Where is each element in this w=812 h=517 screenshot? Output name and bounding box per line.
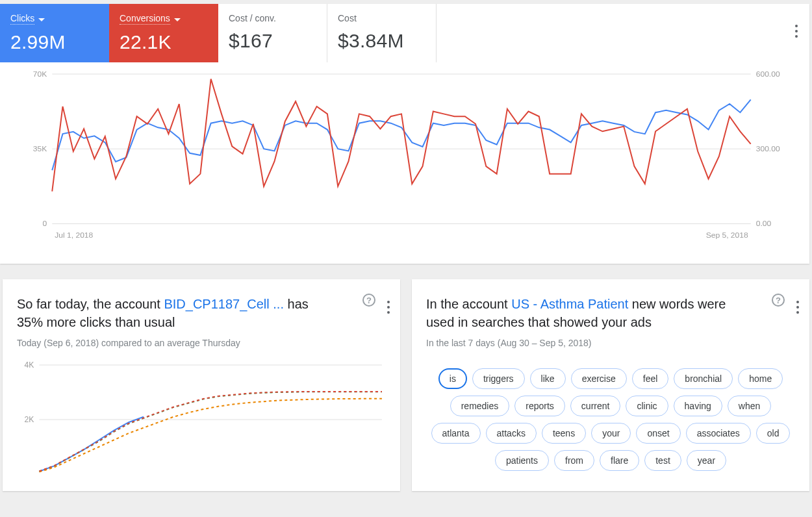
caret-down-icon — [38, 18, 45, 21]
insight-card-search-terms: ? In the account US - Asthma Patient new… — [412, 279, 809, 491]
svg-text:300.00: 300.00 — [756, 144, 780, 153]
insight-left-subtitle: Today (Sep 6, 2018) compared to an avera… — [17, 338, 386, 348]
svg-text:2K: 2K — [24, 415, 34, 424]
search-term-pill[interactable]: when — [728, 396, 771, 416]
more-vert-icon — [387, 301, 390, 303]
insight-right-subtitle: In the last 7 days (Aug 30 – Sep 5, 2018… — [426, 338, 795, 348]
metric-conversions-label: Conversions — [120, 13, 170, 25]
search-term-pill[interactable]: having — [674, 396, 722, 416]
metric-clicks[interactable]: Clicks 2.99M — [0, 4, 109, 62]
insight-right-title: In the account US - Asthma Patient new w… — [426, 295, 795, 331]
search-term-pill[interactable]: remedies — [450, 396, 510, 416]
search-term-pill[interactable]: your — [591, 423, 631, 444]
search-term-pill[interactable]: attacks — [486, 423, 537, 444]
search-term-pill[interactable]: patients — [495, 450, 549, 471]
metric-cost-label: Cost — [338, 13, 422, 23]
search-term-pill[interactable]: test — [644, 450, 681, 471]
card-menu-button[interactable] — [795, 18, 798, 30]
metric-cpc-label: Cost / conv. — [229, 13, 312, 23]
metric-cost-per-conv[interactable]: Cost / conv. $167 — [218, 4, 327, 62]
search-term-pill[interactable]: teens — [542, 423, 586, 444]
metric-cpc-value: $167 — [229, 30, 312, 52]
metric-conversions-value: 22.1K — [120, 31, 204, 53]
metric-row: Clicks 2.99M Conversions 22.1K Cost / co… — [0, 4, 809, 62]
svg-text:0.00: 0.00 — [756, 220, 772, 229]
insight-row: ? So far today, the account BID_CP1187_C… — [3, 279, 809, 491]
svg-text:600.00: 600.00 — [756, 69, 780, 79]
search-term-pill[interactable]: clinic — [626, 396, 668, 416]
more-vert-icon — [796, 301, 799, 303]
help-icon[interactable]: ? — [772, 294, 785, 307]
insight-left-title: So far today, the account BID_CP1187_Cel… — [17, 295, 386, 331]
svg-text:70K: 70K — [33, 69, 47, 79]
insight-right-prefix: In the account — [426, 297, 511, 311]
search-term-pill[interactable]: bronchial — [674, 368, 733, 389]
performance-card: Clicks 2.99M Conversions 22.1K Cost / co… — [0, 4, 809, 264]
caret-down-icon — [174, 18, 181, 21]
svg-text:35K: 35K — [33, 144, 47, 153]
search-term-pill[interactable]: atlanta — [431, 423, 481, 444]
search-term-pill[interactable]: associates — [686, 423, 751, 444]
search-term-pill[interactable]: exercise — [571, 368, 627, 389]
search-term-pill[interactable]: reports — [514, 396, 565, 416]
search-term-pill[interactable]: triggers — [472, 368, 525, 389]
help-icon[interactable]: ? — [362, 294, 375, 307]
svg-text:0: 0 — [43, 220, 47, 229]
search-term-pill[interactable]: old — [756, 423, 791, 444]
time-series-chart[interactable]: 035K70K0.00300.00600.00Jul 1, 2018Sep 5,… — [0, 62, 809, 264]
metric-clicks-label: Clicks — [10, 13, 34, 25]
search-term-pill[interactable]: is — [438, 368, 467, 389]
metric-conversions[interactable]: Conversions 22.1K — [109, 4, 218, 62]
metric-cost[interactable]: Cost $3.84M — [327, 4, 437, 62]
search-term-pill[interactable]: feel — [632, 368, 669, 389]
search-term-pill[interactable]: home — [738, 368, 783, 389]
insight-left-prefix: So far today, the account — [17, 297, 164, 311]
search-term-pill[interactable]: current — [570, 396, 621, 416]
search-term-pill[interactable]: onset — [636, 423, 680, 444]
insight-card-clicks-anomaly: ? So far today, the account BID_CP1187_C… — [3, 279, 400, 491]
search-term-pill[interactable]: from — [554, 450, 594, 471]
search-term-pill[interactable]: year — [687, 450, 726, 471]
svg-text:Jul 1, 2018: Jul 1, 2018 — [55, 231, 93, 240]
metric-cost-value: $3.84M — [338, 30, 422, 52]
card-menu-button[interactable] — [387, 294, 390, 306]
insight-right-account-link[interactable]: US - Asthma Patient — [511, 297, 628, 311]
card-menu-button[interactable] — [796, 294, 799, 306]
more-vert-icon — [795, 25, 798, 27]
metric-clicks-value: 2.99M — [10, 31, 95, 53]
svg-text:Sep 5, 2018: Sep 5, 2018 — [706, 231, 748, 240]
search-terms-pill-cloud: istriggerslikeexercisefeelbronchialhomer… — [426, 365, 795, 474]
insight-left-account-link[interactable]: BID_CP1187_Cell ... — [164, 297, 284, 311]
svg-text:4K: 4K — [24, 361, 34, 370]
search-term-pill[interactable]: like — [530, 368, 566, 389]
search-term-pill[interactable]: flare — [600, 450, 639, 471]
insight-left-mini-chart[interactable]: 2K4K — [17, 361, 386, 478]
